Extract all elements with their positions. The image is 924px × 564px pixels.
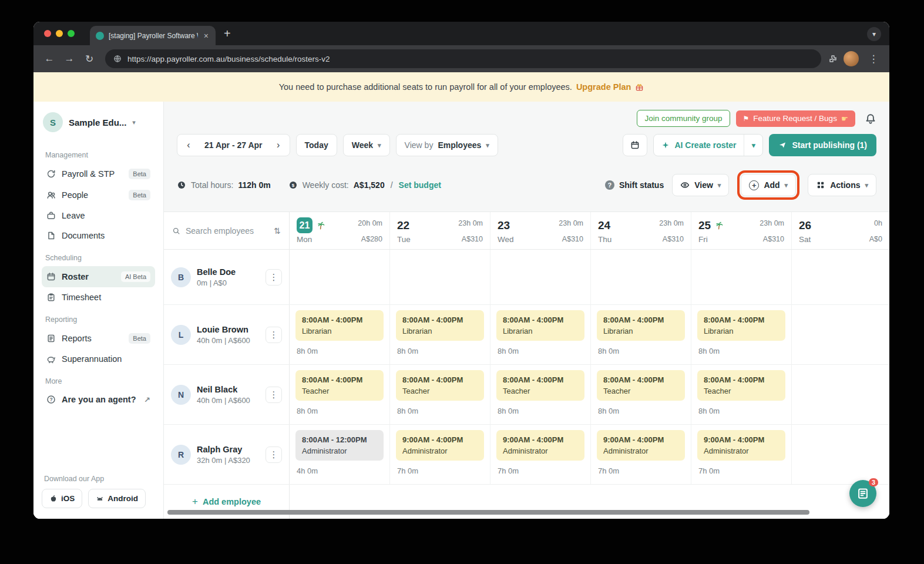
- shift-cell[interactable]: 8:00AM - 12:00PMAdministrator4h 0m: [290, 425, 390, 484]
- shift-cell[interactable]: 9:00AM - 4:00PMAdministrator7h 0m: [390, 425, 490, 484]
- notifications-button[interactable]: [865, 113, 876, 125]
- shift-cell[interactable]: 9:00AM - 4:00PMAdministrator7h 0m: [591, 425, 691, 484]
- browser-tab[interactable]: [staging] Payroller Software W ×: [90, 26, 216, 45]
- sort-icon[interactable]: ⇅: [274, 226, 281, 236]
- sidebar-item-reports[interactable]: ReportsBeta: [42, 328, 155, 349]
- shift-cell[interactable]: [691, 250, 792, 304]
- shift-cell[interactable]: 8:00AM - 4:00PMTeacher8h 0m: [691, 365, 792, 424]
- view-dropdown[interactable]: View ▾: [672, 174, 729, 196]
- browser-menu-icon[interactable]: ⋮: [865, 53, 882, 65]
- calendar-sync-button[interactable]: [623, 134, 647, 156]
- day-header-wed[interactable]: 23Wed23h 0mA$310: [490, 212, 591, 249]
- shift-cell[interactable]: 9:00AM - 4:00PMAdministrator7h 0m: [490, 425, 591, 484]
- horizontal-scrollbar[interactable]: [167, 510, 809, 515]
- sidebar-item-leave[interactable]: Leave: [42, 206, 155, 226]
- view-by-dropdown[interactable]: View by Employees ▾: [396, 134, 498, 156]
- shift-cell[interactable]: [792, 250, 889, 304]
- next-week-button[interactable]: ›: [270, 140, 287, 150]
- day-cost: A$0: [869, 235, 882, 243]
- roster-fab-button[interactable]: 3: [849, 480, 876, 507]
- shift-cell[interactable]: 8:00AM - 4:00PMTeacher8h 0m: [591, 365, 691, 424]
- sidebar-item-label: Are you an agent?: [62, 395, 136, 404]
- shift-card[interactable]: 9:00AM - 4:00PMAdministrator: [396, 430, 484, 461]
- day-header-mon[interactable]: 21Mon20h 0mA$280: [290, 212, 390, 249]
- forward-button[interactable]: →: [61, 53, 78, 65]
- sidebar-item-documents[interactable]: Documents: [42, 226, 155, 246]
- back-button[interactable]: ←: [41, 53, 58, 65]
- join-community-button[interactable]: Join community group: [637, 110, 730, 127]
- shift-cell[interactable]: 8:00AM - 4:00PMLibrarian8h 0m: [591, 305, 691, 364]
- set-budget-link[interactable]: Set budget: [399, 180, 441, 190]
- view-mode-dropdown[interactable]: Week ▾: [343, 134, 390, 156]
- day-header-tue[interactable]: 22Tue23h 0mA$310: [390, 212, 490, 249]
- sidebar-item-payroll-stp[interactable]: Payroll & STPBeta: [42, 163, 155, 184]
- new-tab-button[interactable]: +: [224, 27, 231, 41]
- shift-cell[interactable]: 8:00AM - 4:00PMLibrarian8h 0m: [490, 305, 591, 364]
- shift-card[interactable]: 8:00AM - 4:00PMTeacher: [496, 370, 584, 401]
- previous-week-button[interactable]: ‹: [180, 140, 197, 150]
- workspace-switcher[interactable]: S Sample Edu... ▾: [43, 112, 154, 132]
- sidebar-item-timesheet[interactable]: Timesheet: [42, 287, 155, 307]
- android-app-button[interactable]: Android: [88, 489, 146, 508]
- shift-cell[interactable]: [792, 365, 889, 424]
- day-header-thu[interactable]: 24Thu23h 0mA$310: [591, 212, 691, 249]
- extensions-icon[interactable]: [828, 54, 838, 63]
- sidebar-item-people[interactable]: PeopleBeta: [42, 184, 155, 206]
- sidebar-item-superannuation[interactable]: Superannuation: [42, 349, 155, 369]
- address-bar[interactable]: https://app.payroller.com.au/business/sc…: [105, 49, 821, 68]
- ios-app-button[interactable]: iOS: [42, 489, 82, 508]
- shift-card[interactable]: 8:00AM - 4:00PMTeacher: [697, 370, 785, 401]
- ai-create-roster-button[interactable]: AI Create roster: [654, 135, 744, 156]
- shift-card[interactable]: 8:00AM - 4:00PMTeacher: [396, 370, 484, 401]
- shift-card[interactable]: 9:00AM - 4:00PMAdministrator: [597, 430, 685, 461]
- close-window-button[interactable]: [44, 30, 51, 37]
- shift-card[interactable]: 9:00AM - 4:00PMAdministrator: [496, 430, 584, 461]
- tab-list-chevron-icon[interactable]: ▾: [867, 27, 881, 41]
- shift-cell[interactable]: [591, 250, 691, 304]
- employee-menu-button[interactable]: ⋮: [266, 446, 282, 463]
- shift-cell[interactable]: 8:00AM - 4:00PMTeacher8h 0m: [290, 365, 390, 424]
- shift-cell[interactable]: [792, 425, 889, 484]
- start-publishing-button[interactable]: Start publishing (1): [769, 134, 876, 156]
- shift-card[interactable]: 8:00AM - 4:00PMTeacher: [597, 370, 685, 401]
- shift-cell[interactable]: 8:00AM - 4:00PMLibrarian8h 0m: [691, 305, 792, 364]
- shift-cell[interactable]: 8:00AM - 4:00PMLibrarian8h 0m: [290, 305, 390, 364]
- shift-cell[interactable]: [290, 250, 390, 304]
- shift-card[interactable]: 8:00AM - 4:00PMLibrarian: [396, 310, 484, 341]
- sidebar-item-are-you-an-agent[interactable]: ?Are you an agent?↗: [42, 390, 155, 409]
- employee-menu-button[interactable]: ⋮: [266, 327, 282, 343]
- feature-request-button[interactable]: ⚑ Feature Request / Bugs ☛: [736, 110, 855, 127]
- day-header-sat[interactable]: 26Sat0hA$0: [792, 212, 889, 249]
- shift-cell[interactable]: [490, 250, 591, 304]
- shift-status-button[interactable]: ? Shift status: [605, 180, 664, 190]
- search-input[interactable]: [186, 226, 255, 236]
- shift-cell[interactable]: [390, 250, 490, 304]
- minimize-window-button[interactable]: [56, 30, 63, 37]
- shift-card[interactable]: 8:00AM - 4:00PMTeacher: [295, 370, 384, 401]
- shift-card[interactable]: 8:00AM - 12:00PMAdministrator: [295, 430, 384, 461]
- shift-card[interactable]: 8:00AM - 4:00PMLibrarian: [295, 310, 384, 341]
- upgrade-plan-link[interactable]: Upgrade Plan: [576, 82, 631, 92]
- shift-card[interactable]: 8:00AM - 4:00PMLibrarian: [697, 310, 785, 341]
- employee-menu-button[interactable]: ⋮: [266, 269, 282, 286]
- shift-card[interactable]: 8:00AM - 4:00PMLibrarian: [496, 310, 584, 341]
- ai-create-roster-chevron[interactable]: ▾: [744, 135, 762, 156]
- sidebar-item-roster[interactable]: RosterAI Beta: [42, 266, 155, 287]
- shift-card[interactable]: 8:00AM - 4:00PMLibrarian: [597, 310, 685, 341]
- shift-cell[interactable]: [792, 305, 889, 364]
- shift-role: Librarian: [302, 327, 377, 335]
- add-dropdown[interactable]: + Add ▾: [741, 174, 796, 196]
- shift-cell[interactable]: 8:00AM - 4:00PMTeacher8h 0m: [490, 365, 591, 424]
- employee-menu-button[interactable]: ⋮: [266, 387, 282, 403]
- shift-cell[interactable]: 8:00AM - 4:00PMTeacher8h 0m: [390, 365, 490, 424]
- day-header-fri[interactable]: 25Fri23h 0mA$310: [691, 212, 792, 249]
- shift-cell[interactable]: 8:00AM - 4:00PMLibrarian8h 0m: [390, 305, 490, 364]
- today-button[interactable]: Today: [296, 134, 337, 156]
- actions-dropdown[interactable]: Actions ▾: [808, 174, 876, 196]
- browser-profile-avatar[interactable]: [844, 51, 859, 66]
- reload-button[interactable]: ↻: [80, 53, 98, 65]
- shift-card[interactable]: 9:00AM - 4:00PMAdministrator: [697, 430, 785, 461]
- fullscreen-window-button[interactable]: [68, 30, 75, 37]
- tab-close-icon[interactable]: ×: [203, 31, 210, 41]
- shift-cell[interactable]: 9:00AM - 4:00PMAdministrator7h 0m: [691, 425, 792, 484]
